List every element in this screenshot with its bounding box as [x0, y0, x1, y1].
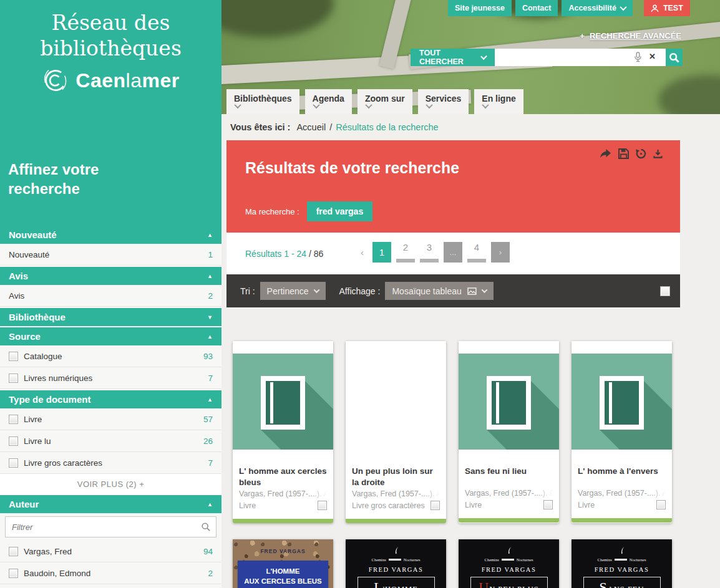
- book-cover[interactable]: CheminsNocturnesFRED VARGASL'HOMMEA L'EN…: [346, 539, 446, 588]
- checkbox[interactable]: [9, 458, 18, 468]
- chevron-down-icon: [620, 4, 626, 11]
- cover-title-line: L'HOMME: [239, 566, 328, 576]
- imprint-rule: [502, 559, 514, 561]
- book-cover[interactable]: FRED VARGASL'HOMMEAUX CERCLES BLEUS: [233, 539, 333, 588]
- search-query-chip[interactable]: fred vargas: [307, 201, 372, 221]
- cover-title-line: SANS FEU: [585, 581, 659, 588]
- facet-header-bibliotheque[interactable]: Bibliothèque▼: [0, 308, 221, 326]
- result-title-link[interactable]: Sans feu ni lieu: [465, 466, 553, 487]
- facet-item-livre-lu[interactable]: Livre lu26: [0, 430, 221, 452]
- facet-item-vargas-fred[interactable]: Vargas, Fred94: [0, 541, 221, 562]
- cover-title-line: UN PEU PLUS: [472, 581, 546, 588]
- card-accent-bar: [346, 519, 446, 523]
- checkbox[interactable]: [9, 569, 18, 578]
- trees-decoration: [658, 75, 720, 114]
- share-icon[interactable]: [600, 148, 611, 159]
- checkbox[interactable]: [9, 352, 18, 361]
- facet-filter-input[interactable]: [6, 517, 216, 537]
- result-card[interactable]: Sans feu ni lieuVargas, Fred (1957-....)…: [459, 341, 559, 523]
- tab-en-ligne[interactable]: En ligne: [474, 89, 523, 114]
- cover-imprint: CheminsNocturnes: [459, 557, 559, 562]
- cover-initial: U: [479, 579, 489, 588]
- microphone-icon[interactable]: [634, 52, 642, 65]
- pagination-page[interactable]: 2: [396, 242, 415, 263]
- checkbox[interactable]: [9, 436, 18, 446]
- result-title-link[interactable]: Un peu plus loin sur la droite: [352, 466, 440, 488]
- topbar-link-site-jeunesse[interactable]: Site jeunesse: [448, 0, 512, 16]
- result-title-link[interactable]: L' homme aux cercles bleus: [239, 466, 327, 488]
- display-select[interactable]: Mosaïque tableau: [385, 282, 493, 300]
- facet-item-doyon-josee[interactable]: Doyon, Josée1: [0, 584, 221, 588]
- facet-item-livre-gros-caracteres[interactable]: Livre gros caractères7: [0, 452, 221, 474]
- facet-item-label: Livre: [24, 415, 203, 424]
- site-logo[interactable]: Réseau des bibliothèques Caenlamer: [0, 0, 221, 94]
- topbar-link-contact[interactable]: Contact: [515, 0, 558, 16]
- tab-zoom-sur[interactable]: Zoom sur: [358, 89, 412, 114]
- facet-header-avis[interactable]: Avis▲: [0, 267, 221, 285]
- topbar-link-accessibilite[interactable]: Accessibilité: [562, 0, 632, 16]
- result-doc-type: Livre gros caractères: [352, 501, 431, 510]
- breadcrumb-separator: /: [329, 122, 332, 132]
- result-select-checkbox[interactable]: [431, 501, 440, 510]
- breadcrumb-home-link[interactable]: Accueil: [296, 122, 326, 132]
- facet-title: Auteur: [9, 499, 39, 509]
- mosaic-icon: [467, 287, 477, 295]
- cover-thumbnail[interactable]: [572, 354, 672, 450]
- facet-header-auteur[interactable]: Auteur▲: [0, 495, 221, 513]
- pagination-page-current[interactable]: 1: [372, 242, 391, 263]
- book-cover[interactable]: CheminsNocturnesFRED VARGASUN PEU PLUSLO…: [459, 539, 559, 588]
- imprint-left: Chemins: [372, 557, 386, 562]
- result-type-row: Livre: [465, 500, 553, 509]
- facet-item-livres-numeriques[interactable]: Livres numériques7: [0, 367, 221, 389]
- cover-thumbnail[interactable]: [233, 354, 333, 450]
- tab-agenda[interactable]: Agenda: [305, 89, 352, 114]
- advanced-search-link[interactable]: + RECHERCHE AVANCÉE: [580, 31, 681, 41]
- pagination-prev[interactable]: ‹: [361, 247, 364, 258]
- book-cover[interactable]: CheminsNocturnesFRED VARGASSANS FEUNI LI…: [572, 539, 672, 588]
- facet-item-nouveaute[interactable]: Nouveauté1: [0, 244, 221, 266]
- cover-title: UN PEU PLUSLOIN SUR: [470, 577, 548, 588]
- save-icon[interactable]: [618, 148, 629, 159]
- download-icon[interactable]: [653, 149, 663, 158]
- result-title-link[interactable]: L' homme à l'envers: [578, 466, 666, 487]
- cover-title: L'HOMMEAUX CERCLES BLEUS: [238, 561, 329, 588]
- facet-header-source[interactable]: Source▲: [0, 327, 221, 345]
- history-icon[interactable]: [636, 148, 646, 159]
- cover-thumbnail[interactable]: [346, 354, 446, 450]
- test-account-button[interactable]: TEST: [644, 0, 690, 16]
- result-card[interactable]: L' homme aux cercles bleusVargas, Fred (…: [233, 341, 333, 523]
- facet-item-catalogue[interactable]: Catalogue93: [0, 345, 221, 367]
- chevron-down-icon: [481, 287, 487, 293]
- cover-thumbnail[interactable]: [459, 354, 559, 450]
- result-select-checkbox[interactable]: [543, 500, 553, 509]
- checkbox[interactable]: [9, 415, 18, 424]
- facet-item-livre[interactable]: Livre57: [0, 408, 221, 430]
- pagination-next[interactable]: ›: [491, 242, 510, 263]
- result-card[interactable]: L' homme à l'enversVargas, Fred (1957-..…: [572, 341, 672, 523]
- facet-item-baudoin-edmond[interactable]: Baudoin, Edmond2: [0, 562, 221, 584]
- result-author: Vargas, Fred (1957-....). Auteur: [578, 489, 666, 498]
- voir-plus-button[interactable]: VOIR PLUS (2) +: [0, 474, 221, 494]
- result-select-checkbox[interactable]: [656, 500, 666, 509]
- search-scope-button[interactable]: TOUT CHERCHER: [411, 49, 495, 66]
- facet-item-avis[interactable]: Avis2: [0, 285, 221, 307]
- tab-bibliotheques[interactable]: Bibliothèques: [226, 89, 299, 114]
- pagination-page[interactable]: 3: [420, 242, 439, 263]
- facet-header-nouveaute[interactable]: Nouveauté▲: [0, 226, 221, 244]
- trees-decoration: [221, 0, 334, 37]
- pagination-ellipsis[interactable]: ...: [444, 242, 462, 263]
- sort-select[interactable]: Pertinence: [260, 282, 326, 300]
- facet-item-label: Catalogue: [24, 352, 203, 361]
- checkbox[interactable]: [9, 547, 18, 556]
- search-submit-button[interactable]: [666, 49, 683, 66]
- tab-services[interactable]: Services: [418, 89, 469, 114]
- checkbox[interactable]: [9, 374, 18, 383]
- result-select-checkbox[interactable]: [318, 501, 327, 510]
- clear-search-icon[interactable]: ✕: [649, 52, 656, 60]
- pagination-page[interactable]: 4: [467, 242, 486, 263]
- collapse-icon: ▲: [207, 273, 213, 279]
- select-all-checkbox[interactable]: [660, 286, 670, 296]
- pagination-page-underline: [420, 259, 439, 263]
- result-card[interactable]: Un peu plus loin sur la droiteVargas, Fr…: [346, 341, 446, 523]
- facet-header-type-de-document[interactable]: Type de document▲: [0, 390, 221, 408]
